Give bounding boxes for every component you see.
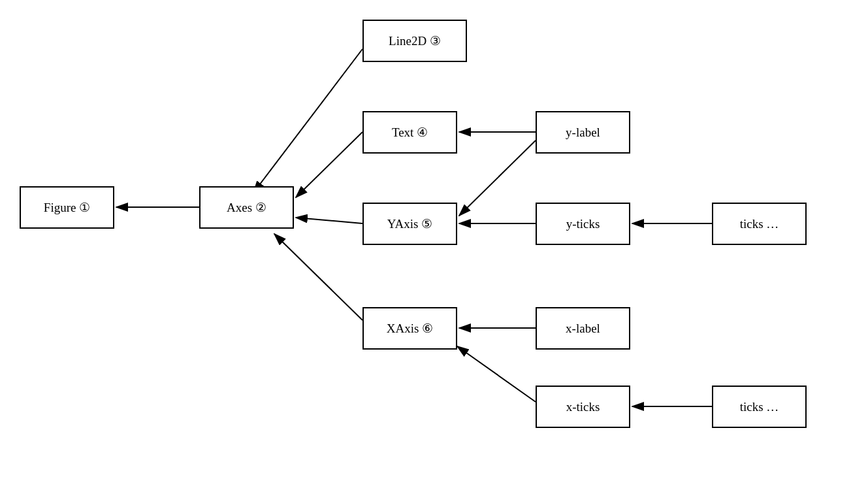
svg-line-4: [274, 234, 362, 320]
svg-line-1: [253, 49, 362, 193]
axes-node: Axes ②: [199, 186, 294, 229]
xlabel-label: x-label: [566, 321, 600, 336]
text-node: Text ④: [362, 111, 457, 154]
xlabel-node: x-label: [536, 307, 630, 350]
ticks1-node: ticks …: [712, 203, 807, 245]
yticks-label: y-ticks: [566, 217, 600, 231]
ylabel-node: y-label: [536, 111, 630, 154]
figure-label: Figure ①: [44, 200, 90, 215]
svg-line-3: [296, 218, 362, 223]
ticks2-label: ticks …: [740, 400, 779, 414]
svg-line-10: [457, 346, 536, 402]
xaxis-label: XAxis ⑥: [387, 321, 433, 336]
xaxis-node: XAxis ⑥: [362, 307, 457, 350]
ticks2-node: ticks …: [712, 386, 807, 428]
yaxis-label: YAxis ⑤: [387, 216, 432, 231]
line2d-label: Line2D ③: [389, 33, 441, 48]
figure-node: Figure ①: [20, 186, 114, 229]
text-label: Text ④: [392, 125, 428, 140]
axes-label: Axes ②: [227, 200, 266, 215]
yaxis-node: YAxis ⑤: [362, 203, 457, 245]
line2d-node: Line2D ③: [362, 20, 467, 62]
yticks-node: y-ticks: [536, 203, 630, 245]
ylabel-label: y-label: [566, 125, 600, 140]
ticks1-label: ticks …: [740, 217, 779, 231]
svg-line-2: [296, 132, 362, 197]
svg-line-6: [459, 140, 536, 216]
xticks-label: x-ticks: [566, 400, 600, 414]
diagram: Figure ① Axes ② Line2D ③ Text ④ YAxis ⑤ …: [0, 0, 868, 477]
xticks-node: x-ticks: [536, 386, 630, 428]
